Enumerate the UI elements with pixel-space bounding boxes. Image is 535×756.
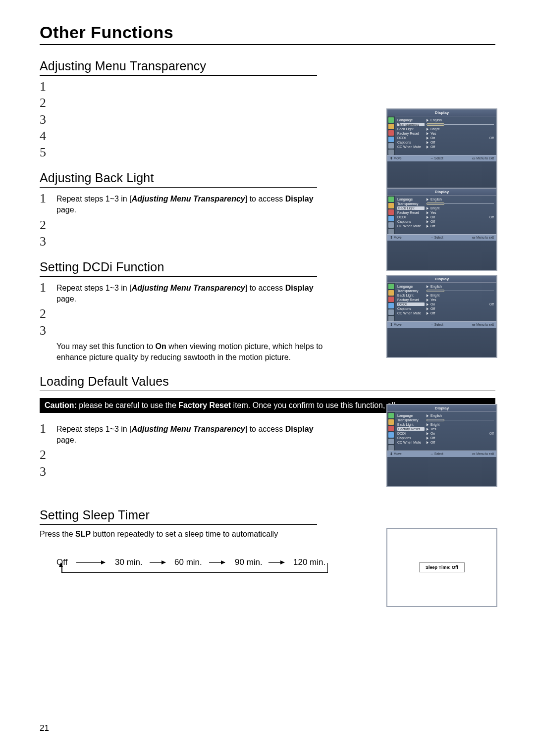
return-line-icon xyxy=(61,572,328,573)
title-rule xyxy=(40,44,495,45)
sleep-time-box: Sleep Time: Off xyxy=(386,528,497,607)
osd-display-dcdi: Display LanguageEnglish Transparency Bac… xyxy=(386,275,497,358)
section-title: Adjusting Menu Transparency xyxy=(40,59,495,73)
arrow-right-icon xyxy=(209,562,225,563)
osd-header: Display xyxy=(387,109,496,116)
osd-label-language: Language xyxy=(397,118,425,122)
sleep-time-label: Sleep Time: Off xyxy=(419,562,465,572)
osd-label-captions: Captions xyxy=(397,141,425,144)
section-rule xyxy=(40,524,317,525)
channel-icon xyxy=(388,143,394,149)
flow-item-120: 120 min. xyxy=(293,557,325,567)
step-number: 3 xyxy=(40,235,56,248)
arrow-right-icon xyxy=(76,562,105,563)
osd-header: Display xyxy=(387,189,496,196)
osd-value-right: Off xyxy=(489,136,494,140)
sound-icon xyxy=(388,124,394,129)
section-dcdi: Setting DCDi Function 1 Repeat steps 1~3… xyxy=(40,260,495,362)
osd-label-factory-reset: Factory Reset xyxy=(397,132,425,135)
step-number: 5 xyxy=(40,146,56,159)
step-text: Repeat steps 1~3 in [Adjusting Menu Tran… xyxy=(56,422,334,445)
osd-value: English xyxy=(430,118,494,122)
arrow-right-icon xyxy=(268,562,284,563)
flow-item-60: 60 min. xyxy=(174,557,202,567)
section-rule xyxy=(40,391,495,391)
section-title: Loading Default Values xyxy=(40,374,495,389)
osd-value: On xyxy=(430,136,487,140)
osd-label-transparency: Transparency xyxy=(397,123,425,126)
step-number: 2 xyxy=(40,448,56,461)
step-number: 2 xyxy=(40,218,56,232)
osd-display-backlight: Display LanguageEnglish Transparency Bac… xyxy=(386,188,497,271)
step-number: 4 xyxy=(40,129,56,143)
step-number: 3 xyxy=(40,113,56,126)
arrow-up-icon xyxy=(59,562,63,567)
section-rule xyxy=(40,187,317,188)
flow-item-30: 30 min. xyxy=(115,557,143,567)
sleep-text: Press the SLP button repeatedly to set a… xyxy=(40,529,337,540)
section-rule xyxy=(40,75,317,76)
osd-value: Off xyxy=(430,145,494,149)
osd-iconbar xyxy=(387,116,395,155)
sleep-timer-flow: Off 30 min. 60 min. 90 min. 120 min. xyxy=(56,557,334,585)
triangle-right-icon xyxy=(427,119,428,122)
arrow-right-icon xyxy=(150,562,165,563)
page-title: Other Functions xyxy=(40,23,495,42)
osd-label-ccmute: CC When Mute xyxy=(397,145,425,149)
section-rule xyxy=(40,276,317,277)
osd-value: Bright xyxy=(430,127,494,131)
section-title: Adjusting Back Light xyxy=(40,171,495,185)
section-backlight: Adjusting Back Light 1 Repeat steps 1~3 … xyxy=(40,171,495,248)
osd-footer: ⇕ Move ↔ Select ▭ Menu to exit xyxy=(387,155,496,161)
osd-footer-exit: ▭ Menu to exit xyxy=(472,156,494,160)
step-text: Repeat steps 1~3 in [Adjusting Menu Tran… xyxy=(56,281,334,304)
loop-icon xyxy=(388,150,394,155)
step-number: 1 xyxy=(40,281,56,294)
osd-footer-move: ⇕ Move xyxy=(390,156,402,160)
section-transparency: Adjusting Menu Transparency 1 2 3 4 5 Di… xyxy=(40,59,495,159)
flow-item-90: 90 min. xyxy=(235,557,263,567)
step-text: Repeat steps 1~3 in [Adjusting Menu Tran… xyxy=(56,192,334,215)
step-number: 1 xyxy=(40,80,56,93)
note-text: You may set this function to On when vie… xyxy=(56,341,334,362)
section-title: Setting Sleep Timer xyxy=(40,508,495,522)
osd-label-backlight: Back Light xyxy=(397,127,425,131)
step-number: 1 xyxy=(40,192,56,205)
section-title: Setting DCDi Function xyxy=(40,260,495,274)
tool-icon xyxy=(388,137,394,142)
osd-label-dcdi: DCDi xyxy=(397,136,425,140)
step-number: 3 xyxy=(40,465,56,478)
picture-icon xyxy=(388,117,394,123)
step-number: 1 xyxy=(40,422,56,435)
step-number: 2 xyxy=(40,96,56,109)
osd-value: Off xyxy=(430,141,494,144)
osd-display-factory-reset: Display LanguageEnglish Transparency Bac… xyxy=(386,404,497,487)
osd-value: Yes xyxy=(430,132,494,135)
step-number: 2 xyxy=(40,307,56,320)
tv-icon xyxy=(388,130,394,136)
step-number: 3 xyxy=(40,324,56,337)
section-sleep-timer: Setting Sleep Timer Press the SLP button… xyxy=(40,508,495,585)
slider-icon xyxy=(427,123,494,126)
section-loading-defaults: Loading Default Values Caution: please b… xyxy=(40,374,495,478)
page-number: 21 xyxy=(40,723,49,733)
osd-footer-select: ↔ Select xyxy=(430,156,443,160)
